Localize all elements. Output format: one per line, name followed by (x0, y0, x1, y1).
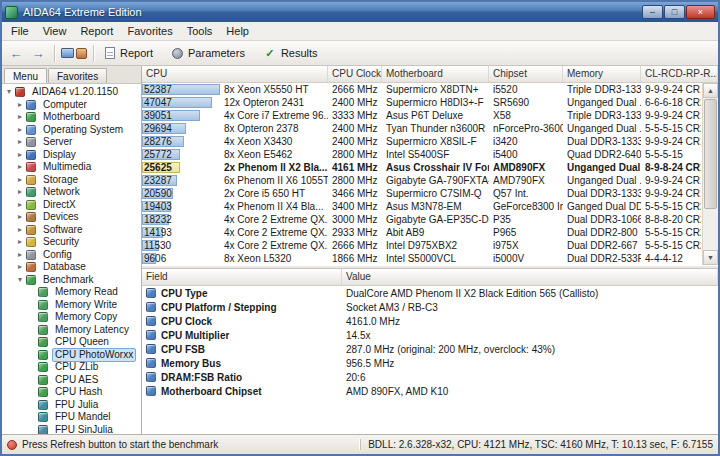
column-header-cpu[interactable]: CPU (142, 66, 328, 82)
tree-item-computer[interactable]: ▸Computer (2, 99, 141, 112)
tree-item-operating-system[interactable]: ▸Operating System (2, 124, 141, 137)
expander-icon[interactable]: ▸ (15, 250, 25, 260)
forward-icon[interactable]: → (28, 44, 48, 63)
statusbar: Press Refresh button to start the benchm… (2, 434, 718, 454)
menu-view[interactable]: View (36, 23, 74, 39)
tree-item-cpu-hash[interactable]: CPU Hash (2, 386, 141, 399)
minimize-button[interactable]: – (642, 5, 663, 19)
expander-icon[interactable]: ▸ (15, 187, 25, 197)
tree-item-devices[interactable]: ▸Devices (2, 211, 141, 224)
benchmark-row[interactable]: 390514x Core i7 Extreme 96...3333 MHzAsu… (142, 109, 701, 122)
expander-icon[interactable]: ▾ (15, 275, 25, 285)
benchmark-row[interactable]: 96068x Xeon L53201866 MHzIntel S5000VCLi… (142, 252, 701, 265)
expander-icon[interactable]: ▸ (15, 112, 25, 122)
results-button[interactable]: Results (259, 45, 326, 61)
benchmark-row[interactable]: 256252x Phenom II X2 Bla...4161 MHzAsus … (142, 161, 701, 174)
benchmark-row[interactable]: 182324x Core 2 Extreme QX...3000 MHzGiga… (142, 213, 701, 226)
benchmark-row[interactable]: 257728x Xeon E54622800 MHzIntel S5400SFi… (142, 148, 701, 161)
database-icon[interactable] (76, 48, 87, 59)
tree-item-fpu-sinjulia[interactable]: FPU SinJulia (2, 424, 141, 435)
expander-icon[interactable]: ▸ (15, 137, 25, 147)
column-header-cpu-clock[interactable]: CPU Clock (328, 66, 382, 82)
benchmark-row[interactable]: 194034x Phenom II X4 Bla...3400 MHzAsus … (142, 200, 701, 213)
sidebar-tab-favorites[interactable]: Favorites (48, 68, 107, 83)
benchmark-row[interactable]: 232876x Phenom II X6 1055T2800 MHzGigaby… (142, 174, 701, 187)
detail-row[interactable]: CPU Platform / SteppingSocket AM3 / RB-C… (142, 300, 718, 314)
expander-icon[interactable]: ▸ (15, 100, 25, 110)
tree-item-multimedia[interactable]: ▸Multimedia (2, 161, 141, 174)
benchmark-row[interactable]: 523878x Xeon X5550 HT2666 MHzSupermicro … (142, 83, 701, 96)
report-button[interactable]: Report (100, 45, 161, 61)
tree-item-security[interactable]: ▸Security (2, 236, 141, 249)
column-header-value[interactable]: Value (342, 269, 718, 285)
scroll-up-icon[interactable]: ▲ (703, 83, 718, 98)
menu-file[interactable]: File (4, 23, 36, 39)
expander-icon[interactable]: ▸ (15, 262, 25, 272)
scroll-down-icon[interactable]: ▼ (703, 250, 718, 265)
tree-item-server[interactable]: ▸Server (2, 136, 141, 149)
monitor-icon[interactable] (61, 48, 74, 58)
detail-row[interactable]: DRAM:FSB Ratio20:6 (142, 370, 718, 384)
maximize-button[interactable]: □ (664, 5, 685, 19)
menu-favorites[interactable]: Favorites (120, 23, 179, 39)
parameters-button[interactable]: Parameters (167, 45, 253, 61)
column-header-memory[interactable]: Memory (563, 66, 641, 82)
sidebar-tab-menu[interactable]: Menu (4, 68, 47, 83)
detail-field-label: CPU Multiplier (161, 330, 229, 341)
tree-item-memory-latency[interactable]: Memory Latency (2, 324, 141, 337)
back-icon[interactable]: ← (6, 44, 26, 63)
benchmark-row[interactable]: 141934x Core 2 Extreme QX...2933 MHzAbit… (142, 226, 701, 239)
tree-item-fpu-mandel[interactable]: FPU Mandel (2, 411, 141, 424)
scrollbar-thumb[interactable] (704, 99, 717, 209)
tree-item-config[interactable]: ▸Config (2, 249, 141, 262)
detail-row[interactable]: CPU FSB287.0 MHz (original: 200 MHz, ove… (142, 342, 718, 356)
menu-help[interactable]: Help (219, 23, 256, 39)
detail-row[interactable]: CPU TypeDualCore AMD Phenom II X2 Black … (142, 286, 718, 300)
benchmark-row[interactable]: 282764x Xeon X34302400 MHzSupermicro X8S… (142, 135, 701, 148)
column-header-chipset[interactable]: Chipset (489, 66, 563, 82)
detail-row[interactable]: CPU Multiplier14.5x (142, 328, 718, 342)
tree-item-fpu-julia[interactable]: FPU Julia (2, 399, 141, 412)
menu-report[interactable]: Report (73, 23, 120, 39)
expander-icon[interactable]: ▸ (15, 225, 25, 235)
tree-item-display[interactable]: ▸Display (2, 149, 141, 162)
tree-item-cpu-queen[interactable]: CPU Queen (2, 336, 141, 349)
tree-item-aida64-v1-20-1150[interactable]: ▾AIDA64 v1.20.1150 (2, 86, 141, 99)
benchmark-row[interactable]: 115304x Core 2 Extreme QX...2666 MHzInte… (142, 239, 701, 252)
expander-icon[interactable]: ▸ (15, 200, 25, 210)
column-header-motherboard[interactable]: Motherboard (382, 66, 489, 82)
expander-icon[interactable]: ▸ (15, 162, 25, 172)
tree-item-cpu-photoworxx[interactable]: CPU PhotoWorxx (2, 349, 141, 362)
tree-item-database[interactable]: ▸Database (2, 261, 141, 274)
benchmark-row[interactable]: 205902x Core i5 650 HT3466 MHzSupermicro… (142, 187, 701, 200)
tree-item-memory-write[interactable]: Memory Write (2, 299, 141, 312)
expander-icon[interactable]: ▸ (15, 212, 25, 222)
tree-item-network[interactable]: ▸Network (2, 186, 141, 199)
column-header-cl-rcd-rp-r[interactable]: CL-RCD-RP-R... (641, 66, 718, 82)
tree-item-cpu-zlib[interactable]: CPU ZLib (2, 361, 141, 374)
tree-item-software[interactable]: ▸Software (2, 224, 141, 237)
benchmark-row[interactable]: 296948x Opteron 23782400 MHzTyan Thunder… (142, 122, 701, 135)
column-header-field[interactable]: Field (142, 269, 342, 285)
expander-icon[interactable]: ▾ (4, 87, 14, 97)
detail-row[interactable]: CPU Clock4161.0 MHz (142, 314, 718, 328)
tree-item-memory-copy[interactable]: Memory Copy (2, 311, 141, 324)
tree-item-motherboard[interactable]: ▸Motherboard (2, 111, 141, 124)
tree-item-storage[interactable]: ▸Storage (2, 174, 141, 187)
expander-icon[interactable]: ▸ (15, 237, 25, 247)
expander-icon[interactable]: ▸ (15, 125, 25, 135)
detail-row[interactable]: Memory Bus956.5 MHz (142, 356, 718, 370)
tree-item-benchmark[interactable]: ▾Benchmark (2, 274, 141, 287)
memory-timings: 8-8-8-20 CR2 (641, 213, 701, 226)
close-button[interactable]: × (686, 5, 715, 19)
detail-value: 287.0 MHz (original: 200 MHz, overclock:… (342, 344, 718, 355)
tree-item-directx[interactable]: ▸DirectX (2, 199, 141, 212)
tree-item-memory-read[interactable]: Memory Read (2, 286, 141, 299)
menu-tools[interactable]: Tools (180, 23, 220, 39)
tree-item-cpu-aes[interactable]: CPU AES (2, 374, 141, 387)
vertical-scrollbar[interactable]: ▲ ▼ (702, 83, 718, 265)
detail-row[interactable]: Motherboard ChipsetAMD 890FX, AMD K10 (142, 384, 718, 398)
benchmark-row[interactable]: 4704712x Opteron 24312400 MHzSupermicro … (142, 96, 701, 109)
expander-icon[interactable]: ▸ (15, 175, 25, 185)
expander-icon[interactable]: ▸ (15, 150, 25, 160)
